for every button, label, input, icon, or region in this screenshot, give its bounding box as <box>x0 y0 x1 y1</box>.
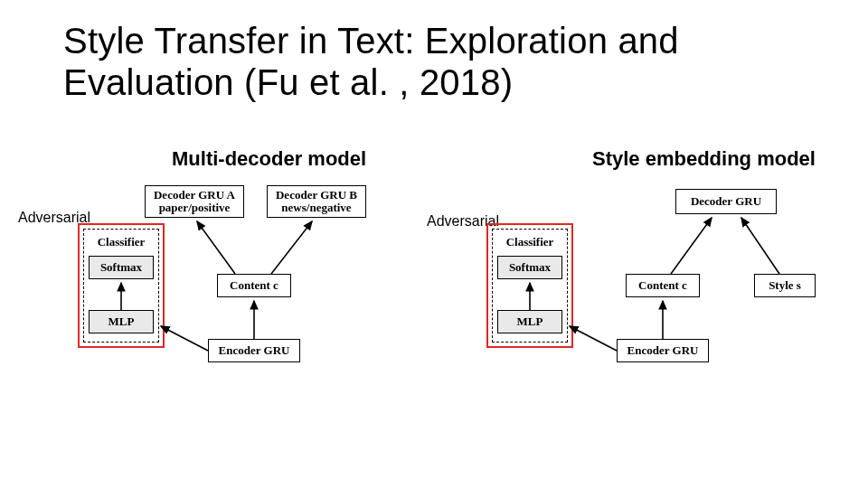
node-content-left: Content c <box>217 274 291 297</box>
node-mlp-right: MLP <box>497 310 562 333</box>
decoder-b-line2: news/negative <box>281 202 351 214</box>
node-softmax-right: Softmax <box>497 256 562 279</box>
decoder-a-line2: paper/positive <box>159 202 231 214</box>
node-classifier-left: Classifier <box>89 233 154 251</box>
subhead-multi-decoder: Multi-decoder model <box>172 147 366 171</box>
node-style-right: Style s <box>754 274 816 297</box>
node-encoder-left: Encoder GRU <box>208 339 300 362</box>
svg-line-3 <box>161 326 208 351</box>
svg-line-1 <box>197 221 235 274</box>
node-mlp-left: MLP <box>89 310 154 333</box>
node-decoder-a: Decoder GRU A paper/positive <box>145 185 244 218</box>
node-content-right: Content c <box>626 274 700 297</box>
node-encoder-right: Encoder GRU <box>617 339 709 362</box>
svg-line-8 <box>570 326 617 351</box>
svg-line-2 <box>271 221 312 274</box>
slide-title: Style Transfer in Text: Exploration and … <box>63 20 814 103</box>
decoder-b-line1: Decoder GRU B <box>276 189 357 202</box>
slide: Style Transfer in Text: Exploration and … <box>0 0 868 488</box>
node-classifier-right: Classifier <box>497 233 562 251</box>
diagram-style-embedding: Decoder GRU Classifier Softmax MLP Conte… <box>499 185 843 375</box>
node-decoder-right: Decoder GRU <box>675 189 777 214</box>
node-softmax-left: Softmax <box>89 256 154 279</box>
subhead-style-embedding: Style embedding model <box>592 147 816 171</box>
svg-line-7 <box>741 218 779 274</box>
node-decoder-b: Decoder GRU B news/negative <box>267 185 366 218</box>
diagram-multi-decoder: Decoder GRU A paper/positive Decoder GRU… <box>90 185 407 375</box>
decoder-a-line1: Decoder GRU A <box>154 189 235 202</box>
svg-line-6 <box>671 218 712 274</box>
